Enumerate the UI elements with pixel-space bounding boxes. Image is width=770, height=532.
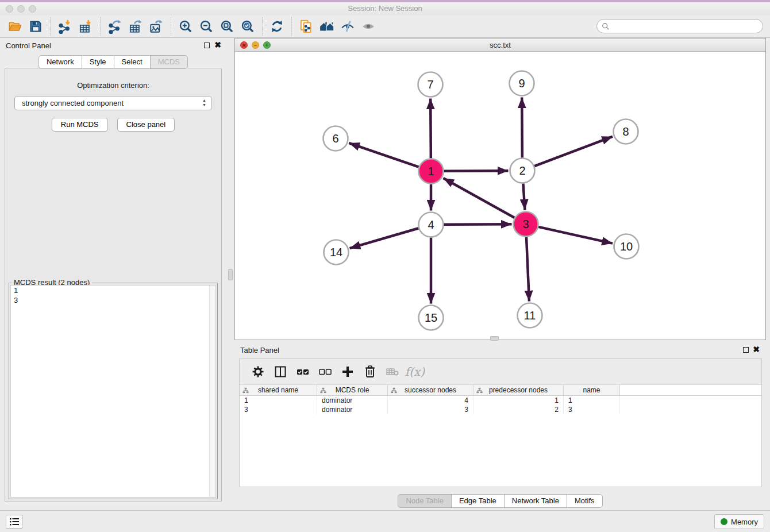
node-table[interactable]: shared nameMCDS rolesuccessor nodesprede… — [240, 384, 761, 487]
table-header-row: shared nameMCDS rolesuccessor nodesprede… — [240, 384, 761, 396]
column-header-predecessor-nodes[interactable]: predecessor nodes — [473, 385, 564, 395]
control-panel-close-icon[interactable]: ✖ — [214, 41, 221, 49]
run-mcds-button[interactable]: Run MCDS — [52, 118, 108, 132]
edge-3-1[interactable] — [443, 178, 514, 218]
column-header-label: MCDS role — [336, 386, 369, 394]
flatten-hierarchy-icon — [242, 387, 249, 394]
horizontal-splitter-grip[interactable] — [490, 336, 499, 341]
table-row[interactable]: 1dominator411 — [240, 396, 761, 405]
tab-style[interactable]: Style — [82, 55, 114, 69]
open-session-icon[interactable] — [5, 17, 25, 36]
column-header-name[interactable]: name — [564, 385, 620, 395]
tab-network-table[interactable]: Network Table — [504, 494, 567, 508]
delete-column-icon[interactable] — [361, 363, 379, 380]
edge-1-2[interactable] — [444, 171, 508, 171]
table-cell[interactable]: dominator — [317, 396, 388, 405]
tab-node-table[interactable]: Node Table — [398, 494, 452, 508]
edge-4-14[interactable] — [350, 228, 419, 248]
mcds-panel: Optimization criterion: strongly connect… — [5, 68, 222, 502]
export-table-icon[interactable] — [125, 17, 146, 36]
tab-mcds[interactable]: MCDS — [150, 55, 188, 69]
table-split-view-icon[interactable] — [272, 363, 289, 380]
table-cell[interactable]: 3 — [388, 405, 473, 414]
home-layout-icon[interactable] — [317, 17, 337, 36]
table-cell[interactable]: 4 — [388, 396, 473, 405]
column-header-MCDS-role[interactable]: MCDS role — [317, 385, 388, 395]
hide-eye-icon[interactable] — [337, 17, 358, 36]
list-icon — [9, 517, 20, 526]
toolbar-separator — [262, 17, 263, 36]
edge-2-9[interactable] — [522, 97, 522, 157]
function-builder-icon: f(x) — [406, 363, 424, 380]
graph-node-label: 4 — [428, 218, 434, 231]
tab-network[interactable]: Network — [38, 55, 82, 69]
tab-motifs[interactable]: Motifs — [567, 494, 603, 508]
zoom-fit-icon[interactable] — [217, 17, 237, 36]
table-cell[interactable]: 3 — [564, 405, 620, 414]
search-box[interactable] — [596, 19, 763, 33]
table-panel-close-icon[interactable]: ✖ — [753, 345, 760, 353]
control-panel: Control Panel ✖ NetworkStyleSelectMCDS O… — [0, 38, 226, 507]
table-cell[interactable]: dominator — [317, 405, 388, 414]
table-cell[interactable]: 2 — [473, 405, 564, 414]
column-header-label: successor nodes — [405, 386, 456, 394]
import-network-icon[interactable] — [55, 17, 75, 36]
mcds-result-node: 3 — [11, 295, 215, 305]
zoom-selected-icon[interactable] — [237, 17, 258, 36]
select-all-icon[interactable] — [294, 363, 311, 380]
control-panel-float-icon[interactable] — [204, 43, 210, 48]
edge-1-7[interactable] — [430, 98, 431, 158]
graph-node-label: 2 — [519, 164, 525, 177]
import-table-icon[interactable] — [75, 17, 96, 36]
control-panel-title: Control Panel — [6, 41, 51, 50]
refresh-layout-icon[interactable] — [267, 17, 287, 36]
control-panel-header: Control Panel ✖ — [0, 38, 226, 54]
mcds-result-fieldset: MCDS result (2 nodes) 13 — [9, 283, 218, 499]
export-network-icon[interactable] — [105, 17, 125, 36]
node-table-container: f(x) shared nameMCDS rolesuccessor nodes… — [239, 358, 762, 487]
result-scrollbar[interactable] — [209, 286, 215, 497]
add-column-icon[interactable] — [339, 363, 356, 380]
edge-1-6[interactable] — [349, 143, 419, 167]
column-header-label: shared name — [258, 386, 298, 394]
search-input[interactable] — [613, 22, 763, 30]
table-cell[interactable]: 1 — [473, 396, 564, 405]
deselect-all-icon[interactable] — [317, 363, 334, 380]
table-panel-title: Table Panel — [240, 346, 279, 354]
graph-node-label: 10 — [620, 240, 633, 253]
export-image-icon[interactable] — [146, 17, 167, 36]
edge-3-10[interactable] — [538, 227, 613, 244]
graph-node-label: 8 — [622, 125, 629, 138]
table-panel-float-icon[interactable] — [743, 347, 749, 353]
network-window-titlebar[interactable]: ✕ − + scc.txt — [235, 38, 765, 52]
table-cell[interactable]: 1 — [240, 396, 317, 405]
save-session-icon[interactable] — [25, 17, 46, 36]
table-cell[interactable]: 3 — [240, 405, 317, 414]
edge-2-8[interactable] — [534, 137, 613, 166]
network-window-title: scc.txt — [235, 41, 765, 49]
memory-button[interactable]: Memory — [714, 514, 764, 529]
vertical-splitter-grip[interactable] — [228, 269, 233, 280]
edge-2-3[interactable] — [523, 183, 525, 210]
graph-node-label: 14 — [330, 246, 342, 259]
task-history-button[interactable] — [6, 515, 22, 529]
table-settings-gear-icon[interactable] — [249, 363, 267, 380]
mcds-result-list[interactable]: 13 — [10, 285, 216, 498]
zoom-in-icon[interactable] — [175, 17, 196, 36]
network-canvas[interactable]: 7968124314101511 — [235, 52, 765, 340]
graph-node-label: 9 — [518, 77, 525, 90]
edge-3-11[interactable] — [526, 237, 529, 301]
criterion-select[interactable]: strongly connected component ▲▼ — [14, 96, 212, 110]
column-header-shared-name[interactable]: shared name — [240, 385, 317, 395]
tab-edge-table[interactable]: Edge Table — [451, 494, 505, 508]
tab-select[interactable]: Select — [114, 55, 151, 69]
zoom-out-icon[interactable] — [196, 17, 217, 36]
table-cell[interactable]: 1 — [564, 396, 620, 405]
table-toolbar: f(x) — [240, 359, 761, 384]
clone-network-icon[interactable] — [296, 17, 317, 36]
close-panel-button[interactable]: Close panel — [117, 118, 175, 132]
column-header-successor-nodes[interactable]: successor nodes — [388, 385, 473, 395]
flatten-hierarchy-icon — [476, 387, 483, 394]
table-row[interactable]: 3dominator323 — [240, 405, 761, 414]
edge-4-3[interactable] — [444, 224, 511, 225]
